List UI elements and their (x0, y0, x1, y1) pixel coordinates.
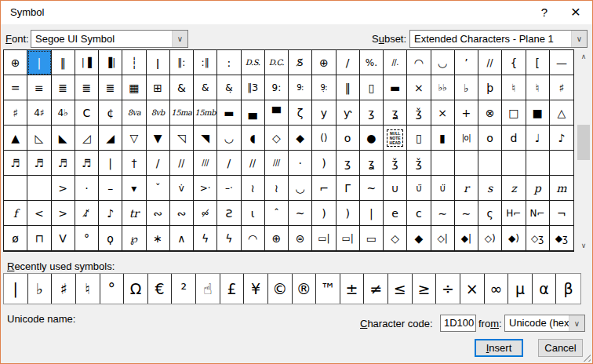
cancel-button[interactable]: Cancel (538, 339, 583, 357)
symbol-cell[interactable]: ζ (289, 100, 312, 126)
symbol-cell[interactable]: () (312, 126, 336, 151)
symbol-cell[interactable]: ♩ (526, 126, 550, 151)
symbol-cell[interactable]: ◡ (289, 176, 312, 201)
symbol-cell[interactable]: // (242, 151, 265, 176)
recent-symbol-cell[interactable]: ¥ (244, 274, 268, 304)
symbol-cell[interactable]: D.S. (242, 50, 265, 75)
symbol-cell[interactable]: ◇ (384, 226, 407, 251)
symbol-cell[interactable]: e (384, 201, 407, 226)
symbol-cell[interactable]: ◆ʒ (550, 226, 573, 251)
symbol-cell[interactable]: = (4, 75, 27, 100)
symbol-cell[interactable]: ‖ (337, 75, 360, 100)
symbol-cell[interactable]: ⊗ (478, 100, 502, 126)
symbol-cell[interactable]: · (75, 176, 99, 201)
symbol-cell[interactable]: ◡ (431, 50, 455, 75)
symbol-cell[interactable]: | (27, 50, 51, 75)
symbol-cell[interactable] (502, 151, 526, 176)
symbol-cell[interactable]: ∪ (384, 176, 407, 201)
recent-symbol-cell[interactable]: ♭ (28, 274, 53, 304)
symbol-cell[interactable]: ɩ (242, 201, 265, 226)
symbol-cell[interactable]: ∼ (455, 201, 478, 226)
symbol-cell[interactable]: ǯ (407, 100, 431, 126)
symbol-cell[interactable]: | (99, 151, 122, 176)
symbol-cell[interactable]: ǯ (407, 151, 431, 176)
symbol-cell[interactable]: d (502, 126, 526, 151)
symbol-cell[interactable]: ▮ (431, 126, 455, 151)
symbol-cell[interactable]: |▐ (75, 50, 99, 75)
symbol-cell[interactable]: ▀ (265, 100, 289, 126)
grid-scrollbar[interactable]: ∧ ∨ (576, 49, 591, 252)
symbol-cell[interactable]: ∧ (170, 226, 194, 251)
symbol-cell[interactable]: [ (526, 50, 550, 75)
symbol-cell[interactable]: ≡ (27, 75, 51, 100)
symbol-cell[interactable]: ≣ (75, 75, 99, 100)
symbol-cell[interactable]: / (337, 50, 360, 75)
symbol-cell[interactable]: – (99, 176, 122, 201)
symbol-cell[interactable]: / (147, 151, 170, 176)
symbol-cell[interactable]: ◺ (27, 126, 51, 151)
symbol-cell[interactable]: > (52, 176, 75, 201)
symbol-cell[interactable]: z (502, 176, 526, 201)
symbol-cell[interactable]: Ƨ (217, 201, 241, 226)
symbol-cell[interactable]: s (478, 176, 502, 201)
from-dropdown-button[interactable]: ∨ (569, 315, 584, 331)
recent-symbol-cell[interactable]: ° (100, 274, 125, 304)
symbol-cell[interactable]: ◇) (478, 226, 502, 251)
symbol-cell[interactable] (478, 151, 502, 176)
symbol-cell[interactable]: ♪ (99, 201, 122, 226)
symbol-cell[interactable]: o (337, 126, 360, 151)
recent-symbol-cell[interactable]: ≥ (413, 274, 437, 304)
symbol-cell[interactable]: ʓ (360, 151, 384, 176)
symbol-cell[interactable]: ♭ (455, 75, 478, 100)
symbol-cell[interactable]: ≀ (242, 176, 265, 201)
symbol-cell[interactable]: 4♯ (27, 100, 51, 126)
symbol-cell[interactable]: ◠ (242, 226, 265, 251)
symbol-cell[interactable]: ∼ (431, 201, 455, 226)
symbol-cell[interactable]: ♯ (550, 75, 573, 100)
symbol-cell[interactable]: — (550, 50, 573, 75)
symbol-cell[interactable]: ø (4, 226, 27, 251)
symbol-cell[interactable]: < (27, 201, 51, 226)
close-button[interactable]: × (559, 1, 592, 24)
recent-symbol-cell[interactable]: ♯ (52, 274, 76, 304)
symbol-cell[interactable]: † (122, 151, 146, 176)
recent-symbol-cell[interactable]: × (460, 274, 485, 304)
symbol-cell[interactable]: ▦ (122, 75, 146, 100)
symbol-cell[interactable]: △ (550, 100, 573, 126)
symbol-cell[interactable]: ◿ (75, 126, 99, 151)
symbol-cell[interactable]: ∾ (170, 201, 194, 226)
symbol-cell[interactable]: ʓ (384, 100, 407, 126)
symbol-cell[interactable]: p (526, 176, 550, 201)
help-button[interactable]: ? (533, 1, 556, 24)
recent-symbol-cell[interactable]: ∞ (485, 274, 509, 304)
symbol-cell[interactable] (4, 176, 27, 201)
symbol-cell[interactable]: V (52, 226, 75, 251)
symbol-cell[interactable]: ♪̸ (75, 201, 99, 226)
symbol-cell[interactable] (431, 151, 455, 176)
symbol-cell[interactable]: ‖ (52, 50, 75, 75)
symbol-cell[interactable]: ◹ (170, 126, 194, 151)
symbol-cell[interactable]: 15ma (170, 100, 194, 126)
symbol-cell[interactable]: ∪̈ (431, 176, 455, 201)
symbol-cell[interactable]: c (407, 201, 431, 226)
symbol-cell[interactable]: NULL NOTE HEAD (384, 126, 407, 151)
symbol-cell[interactable]: × (407, 75, 431, 100)
recent-symbol-cell[interactable]: ÷ (436, 274, 460, 304)
symbol-cell[interactable]: ≀ (265, 176, 289, 201)
symbol-cell[interactable]: ∾̸ (194, 201, 217, 226)
symbol-cell[interactable]: ● (360, 126, 384, 151)
symbol-cell[interactable]: ◠ (407, 50, 431, 75)
symbol-cell[interactable] (550, 151, 573, 176)
insert-button[interactable]: Insert (475, 339, 523, 357)
symbol-cell[interactable]: &̇ (194, 75, 217, 100)
symbol-cell[interactable]: □ (502, 100, 526, 126)
symbol-cell[interactable]: ▭| (312, 226, 336, 251)
symbol-cell[interactable]: o (478, 126, 502, 151)
symbol-cell[interactable]: ¬ (550, 201, 573, 226)
symbol-cell[interactable] (526, 151, 550, 176)
symbol-cell[interactable]: ▬ (384, 75, 407, 100)
from-combobox[interactable]: Unicode (hex) ∨ (504, 315, 585, 332)
symbol-cell[interactable]: r (455, 176, 478, 201)
symbol-cell[interactable]: ▯ (360, 75, 384, 100)
symbol-cell[interactable]: D.C. (265, 50, 289, 75)
